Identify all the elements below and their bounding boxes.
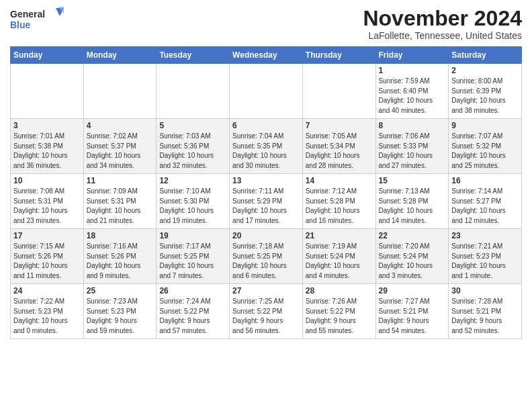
calendar-cell: 3Sunrise: 7:01 AM Sunset: 5:38 PM Daylig… [11,119,84,174]
calendar-cell: 9Sunrise: 7:07 AM Sunset: 5:32 PM Daylig… [449,119,522,174]
logo-svg: General Blue [10,7,64,34]
day-info: Sunrise: 7:02 AM Sunset: 5:37 PM Dayligh… [87,132,154,171]
calendar-header-row: Sunday Monday Tuesday Wednesday Thursday… [11,47,522,64]
calendar-cell: 28Sunrise: 7:26 AM Sunset: 5:22 PM Dayli… [302,284,375,339]
calendar-cell: 22Sunrise: 7:20 AM Sunset: 5:24 PM Dayli… [375,229,449,284]
calendar-cell: 18Sunrise: 7:16 AM Sunset: 5:26 PM Dayli… [83,229,157,284]
col-monday: Monday [83,47,157,64]
calendar-cell [302,64,375,119]
calendar-cell: 16Sunrise: 7:14 AM Sunset: 5:27 PM Dayli… [449,174,522,229]
day-info: Sunrise: 7:14 AM Sunset: 5:27 PM Dayligh… [451,187,519,226]
calendar-week-row: 24Sunrise: 7:22 AM Sunset: 5:23 PM Dayli… [11,284,522,339]
day-number: 28 [306,286,373,295]
day-info: Sunrise: 7:28 AM Sunset: 5:21 PM Dayligh… [451,297,519,336]
day-number: 23 [451,231,519,240]
day-number: 29 [379,286,446,295]
day-info: Sunrise: 7:06 AM Sunset: 5:33 PM Dayligh… [379,132,446,171]
col-tuesday: Tuesday [157,47,230,64]
day-info: Sunrise: 7:18 AM Sunset: 5:25 PM Dayligh… [232,242,300,281]
calendar-cell: 12Sunrise: 7:10 AM Sunset: 5:30 PM Dayli… [157,174,230,229]
day-info: Sunrise: 7:07 AM Sunset: 5:32 PM Dayligh… [451,132,519,171]
day-info: Sunrise: 7:08 AM Sunset: 5:31 PM Dayligh… [13,187,81,226]
col-thursday: Thursday [302,47,375,64]
day-number: 11 [87,176,154,185]
day-number: 13 [232,176,300,185]
page-container: General Blue November 2024 LaFollette, T… [0,0,532,342]
logo: General Blue [10,7,64,34]
day-info: Sunrise: 7:25 AM Sunset: 5:22 PM Dayligh… [232,297,300,336]
day-info: Sunrise: 7:01 AM Sunset: 5:38 PM Dayligh… [13,132,81,171]
calendar-cell: 7Sunrise: 7:05 AM Sunset: 5:34 PM Daylig… [302,119,375,174]
day-number: 6 [232,121,300,130]
day-info: Sunrise: 7:17 AM Sunset: 5:25 PM Dayligh… [159,242,226,281]
header: General Blue November 2024 LaFollette, T… [10,7,522,41]
calendar-cell: 26Sunrise: 7:24 AM Sunset: 5:22 PM Dayli… [157,284,230,339]
day-number: 4 [87,121,154,130]
day-info: Sunrise: 7:13 AM Sunset: 5:28 PM Dayligh… [379,187,446,226]
day-info: Sunrise: 7:05 AM Sunset: 5:34 PM Dayligh… [306,132,373,171]
day-number: 12 [159,176,226,185]
calendar-cell: 23Sunrise: 7:21 AM Sunset: 5:23 PM Dayli… [449,229,522,284]
calendar-cell: 11Sunrise: 7:09 AM Sunset: 5:31 PM Dayli… [83,174,157,229]
calendar-cell: 2Sunrise: 8:00 AM Sunset: 6:39 PM Daylig… [449,64,522,119]
day-info: Sunrise: 7:03 AM Sunset: 5:36 PM Dayligh… [159,132,226,171]
calendar-cell: 29Sunrise: 7:27 AM Sunset: 5:21 PM Dayli… [375,284,449,339]
calendar-cell: 6Sunrise: 7:04 AM Sunset: 5:35 PM Daylig… [230,119,303,174]
calendar-cell [11,64,84,119]
day-info: Sunrise: 7:21 AM Sunset: 5:23 PM Dayligh… [451,242,519,281]
calendar-cell: 14Sunrise: 7:12 AM Sunset: 5:28 PM Dayli… [302,174,375,229]
calendar-cell: 15Sunrise: 7:13 AM Sunset: 5:28 PM Dayli… [375,174,449,229]
day-number: 7 [306,121,373,130]
col-friday: Friday [375,47,449,64]
day-number: 10 [13,176,81,185]
day-number: 1 [379,66,446,75]
calendar-cell: 4Sunrise: 7:02 AM Sunset: 5:37 PM Daylig… [83,119,157,174]
calendar-cell: 17Sunrise: 7:15 AM Sunset: 5:26 PM Dayli… [11,229,84,284]
calendar-cell [230,64,303,119]
day-number: 16 [451,176,519,185]
day-number: 3 [13,121,81,130]
day-number: 19 [159,231,226,240]
calendar-cell: 20Sunrise: 7:18 AM Sunset: 5:25 PM Dayli… [230,229,303,284]
day-info: Sunrise: 7:11 AM Sunset: 5:29 PM Dayligh… [232,187,300,226]
calendar-week-row: 3Sunrise: 7:01 AM Sunset: 5:38 PM Daylig… [11,119,522,174]
day-info: Sunrise: 7:04 AM Sunset: 5:35 PM Dayligh… [232,132,300,171]
calendar-cell: 25Sunrise: 7:23 AM Sunset: 5:23 PM Dayli… [83,284,157,339]
col-wednesday: Wednesday [230,47,303,64]
day-info: Sunrise: 7:16 AM Sunset: 5:26 PM Dayligh… [87,242,154,281]
svg-text:Blue: Blue [10,19,31,30]
day-number: 22 [379,231,446,240]
day-info: Sunrise: 7:10 AM Sunset: 5:30 PM Dayligh… [159,187,226,226]
day-info: Sunrise: 7:59 AM Sunset: 6:40 PM Dayligh… [379,77,446,116]
day-info: Sunrise: 8:00 AM Sunset: 6:39 PM Dayligh… [451,77,519,116]
col-sunday: Sunday [11,47,84,64]
calendar-cell: 30Sunrise: 7:28 AM Sunset: 5:21 PM Dayli… [449,284,522,339]
calendar-cell: 13Sunrise: 7:11 AM Sunset: 5:29 PM Dayli… [230,174,303,229]
calendar-cell [83,64,157,119]
day-number: 18 [87,231,154,240]
calendar-cell: 19Sunrise: 7:17 AM Sunset: 5:25 PM Dayli… [157,229,230,284]
day-info: Sunrise: 7:26 AM Sunset: 5:22 PM Dayligh… [306,297,373,336]
calendar-cell: 24Sunrise: 7:22 AM Sunset: 5:23 PM Dayli… [11,284,84,339]
day-number: 20 [232,231,300,240]
calendar: Sunday Monday Tuesday Wednesday Thursday… [10,46,522,339]
calendar-cell: 27Sunrise: 7:25 AM Sunset: 5:22 PM Dayli… [230,284,303,339]
day-number: 27 [232,286,300,295]
day-info: Sunrise: 7:09 AM Sunset: 5:31 PM Dayligh… [87,187,154,226]
calendar-week-row: 10Sunrise: 7:08 AM Sunset: 5:31 PM Dayli… [11,174,522,229]
day-info: Sunrise: 7:23 AM Sunset: 5:23 PM Dayligh… [87,297,154,336]
day-number: 17 [13,231,81,240]
calendar-cell [157,64,230,119]
day-number: 24 [13,286,81,295]
day-info: Sunrise: 7:24 AM Sunset: 5:22 PM Dayligh… [159,297,226,336]
day-number: 25 [87,286,154,295]
calendar-cell: 10Sunrise: 7:08 AM Sunset: 5:31 PM Dayli… [11,174,84,229]
month-title: November 2024 [363,7,522,30]
title-section: November 2024 LaFollette, Tennessee, Uni… [363,7,522,41]
day-number: 30 [451,286,519,295]
day-info: Sunrise: 7:27 AM Sunset: 5:21 PM Dayligh… [379,297,446,336]
col-saturday: Saturday [449,47,522,64]
calendar-cell: 8Sunrise: 7:06 AM Sunset: 5:33 PM Daylig… [375,119,449,174]
day-number: 14 [306,176,373,185]
calendar-week-row: 17Sunrise: 7:15 AM Sunset: 5:26 PM Dayli… [11,229,522,284]
